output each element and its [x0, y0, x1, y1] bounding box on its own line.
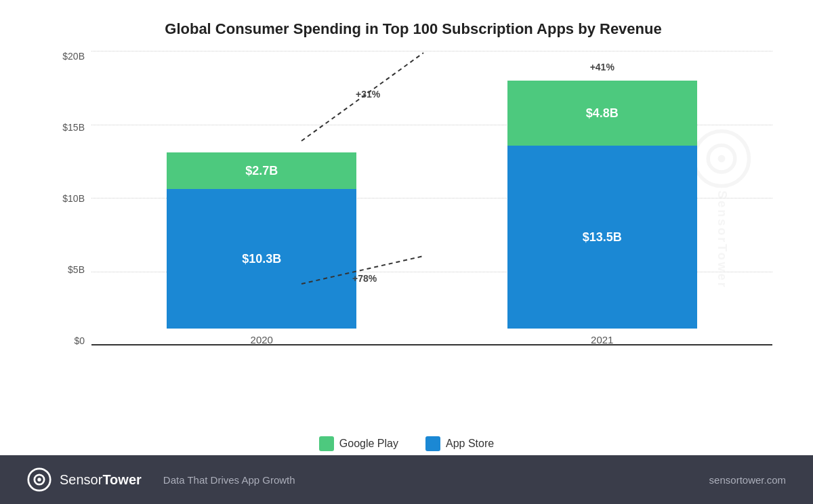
footer-left: SensorTower Data That Drives App Growth: [27, 467, 295, 492]
chart-title: Global Consumer Spending in Top 100 Subs…: [54, 20, 772, 38]
svg-point-5: [37, 478, 41, 481]
footer-url: sensortower.com: [709, 474, 786, 486]
x-label-2021: 2021: [591, 334, 613, 345]
bar-label-2020-googleplay: $2.7B: [245, 164, 278, 178]
bar-label-2021-appstore: $13.5B: [583, 230, 622, 245]
chart-area: Global Consumer Spending in Top 100 Subs…: [0, 0, 813, 429]
footer-brand: SensorTower: [60, 472, 142, 488]
y-label-5b: $5B: [54, 265, 85, 274]
footer: SensorTower Data That Drives App Growth …: [0, 455, 813, 504]
legend-area: Google Play App Store: [0, 429, 813, 455]
bar-group-2020: $10.3B $2.7B 2020: [167, 152, 356, 345]
bar-group-2021: +41% $13.5B $4.8B 2021: [507, 81, 697, 345]
legend-item-appstore: App Store: [425, 436, 494, 451]
bars-section: $10.3B $2.7B 2020 +41%: [91, 51, 772, 345]
footer-brand-tower: Tower: [102, 472, 141, 487]
bar-2020-googleplay: $2.7B: [167, 152, 356, 189]
bar-stack-2021: $13.5B $4.8B: [507, 81, 697, 329]
legend-label-googleplay: Google Play: [339, 438, 398, 450]
bar-stack-2020: $10.3B $2.7B: [167, 152, 356, 329]
chart-container: Global Consumer Spending in Top 100 Subs…: [0, 0, 813, 504]
y-axis: $0 $5B $10B $15B $20B: [54, 51, 85, 366]
y-label-10b: $10B: [54, 194, 85, 203]
legend-label-appstore: App Store: [446, 438, 494, 450]
x-label-2020: 2020: [251, 334, 273, 345]
legend-item-googleplay: Google Play: [319, 436, 398, 451]
plot-area: SensorTower $0 $5B $10B $15B $20B: [54, 51, 772, 366]
bar-2021-appstore: $13.5B: [507, 146, 697, 329]
bar-2021-googleplay: $4.8B: [507, 81, 697, 146]
legend-color-appstore: [425, 436, 440, 451]
footer-logo-icon: [27, 467, 51, 492]
y-label-20b: $20B: [54, 51, 85, 61]
bar-label-2020-appstore: $10.3B: [242, 252, 281, 266]
footer-tagline: Data That Drives App Growth: [163, 474, 295, 486]
bar-2020-appstore: $10.3B: [167, 189, 356, 329]
y-label-0: $0: [54, 336, 85, 345]
legend-color-googleplay: [319, 436, 334, 451]
annotation-total: +41%: [590, 62, 614, 72]
bar-label-2021-googleplay: $4.8B: [586, 106, 619, 121]
footer-brand-sensor: Sensor: [60, 472, 102, 487]
y-label-15b: $15B: [54, 123, 85, 132]
